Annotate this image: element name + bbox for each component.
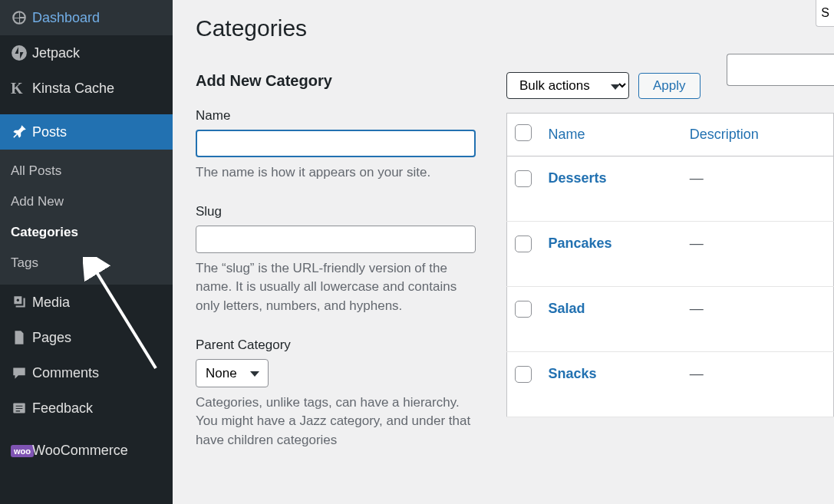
- parent-label: Parent Category: [196, 338, 476, 353]
- category-link[interactable]: Desserts: [549, 170, 607, 186]
- name-help: The name is how it appears on your site.: [196, 163, 476, 183]
- kinsta-icon: K: [11, 80, 32, 97]
- woocommerce-icon: woo: [11, 445, 32, 457]
- sidebar-label: WooCommerce: [32, 443, 128, 459]
- sidebar-item-comments[interactable]: Comments: [0, 355, 173, 390]
- slug-label: Slug: [196, 204, 476, 219]
- category-description: —: [682, 352, 834, 417]
- bulk-actions-select[interactable]: Bulk actions: [506, 72, 629, 99]
- form-heading: Add New Category: [196, 72, 476, 90]
- apply-button[interactable]: Apply: [638, 73, 700, 99]
- sidebar-item-feedback[interactable]: Feedback: [0, 390, 173, 426]
- table-row: Snacks —: [507, 352, 834, 417]
- sidebar-label: Comments: [32, 365, 99, 381]
- table-row: Desserts —: [507, 156, 834, 222]
- col-name[interactable]: Name: [541, 114, 682, 156]
- name-input[interactable]: [196, 130, 476, 157]
- col-description[interactable]: Description: [682, 114, 834, 156]
- search-input[interactable]: [727, 54, 834, 86]
- sidebar-label: Posts: [32, 124, 67, 140]
- slug-help: The “slug” is the URL-friendly version o…: [196, 259, 476, 316]
- feedback-icon: [11, 400, 32, 417]
- category-description: —: [682, 156, 834, 222]
- pin-icon: [11, 124, 32, 140]
- sidebar-item-pages[interactable]: Pages: [0, 320, 173, 355]
- pages-icon: [11, 329, 32, 346]
- media-icon: [11, 294, 32, 311]
- submenu-tags[interactable]: Tags: [0, 248, 173, 278]
- sidebar-label: Feedback: [32, 400, 93, 417]
- category-description: —: [682, 222, 834, 287]
- sidebar-item-jetpack[interactable]: Jetpack: [0, 35, 173, 71]
- sidebar-label: Jetpack: [32, 45, 80, 61]
- sidebar-label: Kinsta Cache: [32, 81, 114, 97]
- table-row: Salad —: [507, 287, 834, 352]
- dashboard-icon: [11, 9, 32, 26]
- categories-list: Bulk actions Apply Name Description: [506, 72, 834, 471]
- svg-point-1: [17, 299, 19, 301]
- posts-submenu: All Posts Add New Categories Tags: [0, 150, 173, 285]
- jetpack-icon: [11, 44, 32, 61]
- svg-point-0: [12, 45, 27, 61]
- submenu-all-posts[interactable]: All Posts: [0, 156, 173, 186]
- row-checkbox[interactable]: [515, 236, 532, 252]
- sidebar-item-posts[interactable]: Posts: [0, 114, 173, 150]
- main-content: S Categories Add New Category Name The n…: [173, 0, 834, 504]
- sidebar-item-media[interactable]: Media: [0, 285, 173, 320]
- category-description: —: [682, 287, 834, 352]
- table-row: Pancakes —: [507, 222, 834, 287]
- category-link[interactable]: Salad: [549, 301, 585, 316]
- categories-table: Name Description Desserts — Pancakes —: [506, 113, 834, 417]
- slug-input[interactable]: [196, 226, 476, 253]
- submenu-categories[interactable]: Categories: [0, 217, 173, 248]
- row-checkbox[interactable]: [515, 366, 532, 383]
- page-title: Categories: [196, 15, 834, 41]
- parent-select[interactable]: None: [196, 359, 269, 387]
- sidebar-label: Media: [32, 295, 70, 311]
- sidebar-item-dashboard[interactable]: Dashboard: [0, 0, 173, 35]
- parent-help: Categories, unlike tags, can have a hier…: [196, 394, 476, 450]
- category-link[interactable]: Pancakes: [549, 236, 612, 251]
- sidebar-label: Dashboard: [32, 10, 100, 26]
- sidebar-label: Pages: [32, 330, 71, 346]
- category-link[interactable]: Snacks: [549, 366, 597, 381]
- select-all-checkbox[interactable]: [515, 124, 532, 141]
- admin-sidebar: Dashboard Jetpack K Kinsta Cache Posts A…: [0, 0, 173, 504]
- sidebar-item-kinsta[interactable]: K Kinsta Cache: [0, 71, 173, 107]
- row-checkbox[interactable]: [515, 301, 532, 318]
- row-checkbox[interactable]: [515, 170, 532, 187]
- screen-options-button[interactable]: S: [816, 0, 834, 27]
- comments-icon: [11, 364, 32, 381]
- submenu-add-new[interactable]: Add New: [0, 186, 173, 217]
- name-label: Name: [196, 108, 476, 124]
- add-category-form: Add New Category Name The name is how it…: [196, 72, 476, 471]
- sidebar-item-woocommerce[interactable]: woo WooCommerce: [0, 433, 173, 468]
